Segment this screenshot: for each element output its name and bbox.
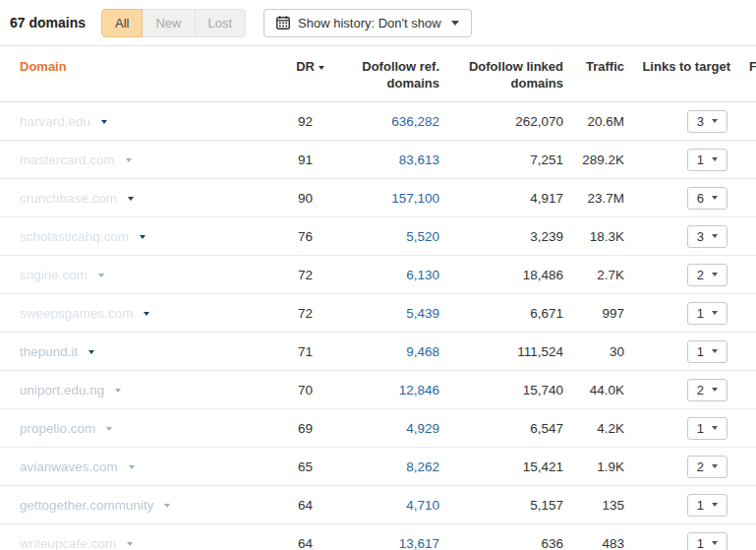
column-header-first-seen[interactable]: First seen	[734, 46, 756, 102]
traffic-value: 997	[563, 294, 624, 333]
dofollow-ref-domains-link[interactable]: 5,520	[406, 229, 439, 244]
tab-new[interactable]: New	[143, 9, 195, 37]
dofollow-ref-domains-link[interactable]: 4,710	[406, 498, 439, 513]
table-row: writeupcafe.com 64 13,617 636 483 1	[0, 524, 756, 550]
links-to-target-select[interactable]: 1	[687, 340, 727, 363]
dofollow-ref-domains-link[interactable]: 12,846	[399, 383, 439, 397]
table-row: avianwaves.com 65 8,262 15,421 1.9K 2	[0, 448, 756, 486]
links-to-target-value: 1	[697, 498, 704, 513]
domain-link[interactable]: avianwaves.com	[20, 459, 118, 474]
column-header-traffic[interactable]: Traffic	[563, 46, 624, 102]
chevron-down-icon[interactable]	[129, 465, 135, 469]
links-to-target-select[interactable]: 6	[687, 187, 727, 210]
column-header-links-to-target[interactable]: Links to target	[624, 46, 734, 102]
traffic-value: 1.9K	[563, 448, 624, 486]
filter-tab-group: All New Lost	[101, 9, 246, 37]
table-row: sweepsgames.com 72 5,439 6,671 997 1	[0, 294, 756, 333]
column-header-dr[interactable]: DR	[283, 46, 324, 102]
domain-link[interactable]: scholasticahq.com	[20, 229, 129, 244]
domain-link[interactable]: sngine.com	[20, 268, 87, 282]
links-to-target-value: 2	[697, 268, 704, 282]
table-row: gettogether.community 64 4,710 5,157 135…	[0, 486, 756, 524]
dr-value: 76	[283, 217, 324, 256]
chevron-down-icon[interactable]	[106, 427, 112, 431]
tab-lost[interactable]: Lost	[196, 9, 247, 37]
dofollow-ref-domains-link[interactable]: 5,439	[406, 306, 439, 321]
chevron-down-icon[interactable]	[144, 312, 149, 316]
table-header-row: Domain DR Dofollow ref. domains Dofollow…	[0, 46, 756, 102]
first-seen-cell-clipped	[734, 486, 756, 524]
links-to-target-select[interactable]: 3	[687, 225, 727, 248]
domain-link[interactable]: sweepsgames.com	[20, 306, 134, 321]
column-header-dofollow-ref-domains[interactable]: Dofollow ref. domains	[324, 46, 439, 102]
links-to-target-select[interactable]: 2	[687, 264, 727, 286]
chevron-down-icon	[712, 157, 718, 161]
chevron-down-icon[interactable]	[115, 389, 121, 393]
referring-domains-table: Domain DR Dofollow ref. domains Dofollow…	[0, 46, 756, 550]
dofollow-linked-domains-value: 5,157	[439, 486, 563, 524]
dofollow-ref-domains-link[interactable]: 13,617	[399, 536, 439, 550]
domain-link[interactable]: mastercard.com	[20, 153, 115, 167]
links-to-target-value: 3	[697, 114, 704, 129]
chevron-down-icon[interactable]	[164, 504, 170, 508]
chevron-down-icon	[712, 311, 718, 315]
chevron-down-icon[interactable]	[101, 120, 107, 124]
links-to-target-select[interactable]: 1	[687, 417, 727, 440]
traffic-value: 2.7K	[563, 256, 624, 294]
links-to-target-select[interactable]: 1	[687, 302, 727, 325]
links-to-target-value: 3	[697, 229, 704, 244]
chevron-down-icon[interactable]	[88, 350, 94, 354]
domain-link[interactable]: propelio.com	[20, 421, 95, 436]
traffic-value: 44.0K	[563, 371, 624, 409]
chevron-down-icon	[712, 234, 718, 238]
show-history-button[interactable]: Show history: Don't show	[263, 9, 472, 37]
column-header-dofollow-linked-domains[interactable]: Dofollow linked domains	[439, 46, 563, 102]
dofollow-linked-domains-value: 111,524	[439, 333, 563, 371]
chevron-down-icon[interactable]	[140, 235, 145, 239]
links-to-target-select[interactable]: 2	[687, 456, 727, 478]
links-to-target-value: 1	[697, 536, 704, 550]
dofollow-ref-domains-link[interactable]: 83,613	[399, 153, 439, 167]
dofollow-linked-domains-value: 7,251	[439, 141, 563, 179]
dofollow-linked-domains-value: 262,070	[439, 102, 563, 141]
domain-link[interactable]: writeupcafe.com	[20, 536, 116, 550]
dofollow-ref-domains-link[interactable]: 8,262	[406, 459, 439, 474]
dr-value: 71	[283, 333, 324, 371]
links-to-target-select[interactable]: 2	[687, 379, 727, 401]
dofollow-ref-domains-link[interactable]: 4,929	[406, 421, 439, 436]
tab-all[interactable]: All	[101, 9, 143, 37]
column-header-domain[interactable]: Domain	[0, 46, 283, 102]
chevron-down-icon[interactable]	[126, 158, 132, 162]
dr-value: 92	[283, 102, 324, 141]
domain-link[interactable]: harvard.edu	[20, 114, 90, 129]
domains-count: 67 domains	[10, 15, 86, 31]
first-seen-cell-clipped	[734, 256, 756, 294]
dofollow-linked-domains-value: 6,671	[439, 294, 563, 333]
chevron-down-icon[interactable]	[98, 274, 104, 277]
dofollow-ref-domains-link[interactable]: 6,130	[406, 268, 439, 282]
dofollow-linked-domains-value: 18,486	[439, 256, 563, 294]
traffic-value: 289.2K	[563, 141, 624, 179]
chevron-down-icon	[712, 464, 718, 468]
links-to-target-select[interactable]: 3	[687, 110, 727, 133]
links-to-target-select[interactable]: 1	[687, 532, 727, 550]
dr-value: 65	[283, 448, 324, 486]
domain-link[interactable]: gettogether.community	[20, 498, 154, 513]
first-seen-cell-clipped	[734, 333, 756, 371]
chevron-down-icon	[712, 503, 718, 507]
chevron-down-icon[interactable]	[128, 197, 134, 201]
traffic-value: 20.6M	[563, 102, 624, 141]
domain-link[interactable]: crunchbase.com	[20, 191, 117, 206]
domain-link[interactable]: thepund.it	[20, 344, 78, 359]
toolbar: 67 domains All New Lost Show history: Do…	[0, 0, 756, 46]
chevron-down-icon[interactable]	[127, 542, 133, 546]
dofollow-ref-domains-link[interactable]: 157,100	[391, 191, 439, 206]
table-row: scholasticahq.com 76 5,520 3,239 18.3K 3	[0, 217, 756, 256]
domain-link[interactable]: uniport.edu.ng	[20, 383, 104, 397]
dofollow-ref-domains-link[interactable]: 636,282	[391, 114, 439, 129]
dofollow-ref-domains-link[interactable]: 9,468	[406, 344, 439, 359]
links-to-target-select[interactable]: 1	[687, 149, 727, 171]
dr-value: 91	[283, 141, 324, 179]
chevron-down-icon	[712, 541, 718, 545]
links-to-target-select[interactable]: 1	[687, 494, 727, 517]
